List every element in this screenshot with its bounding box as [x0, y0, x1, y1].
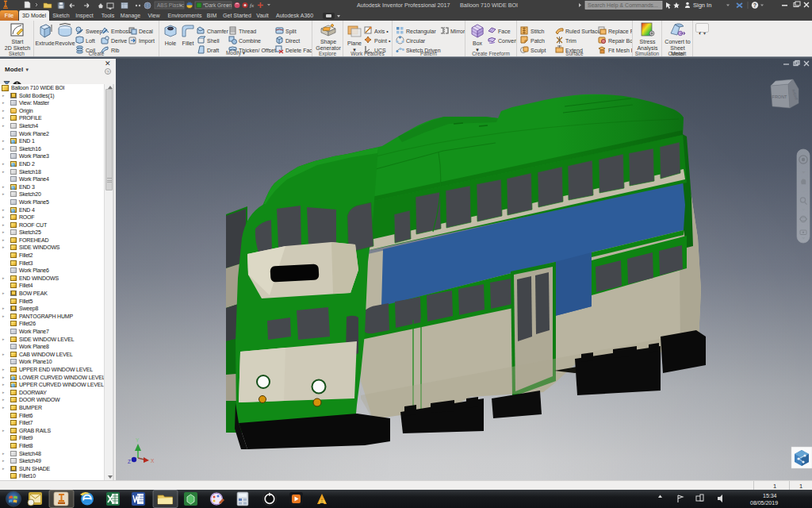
svg-text:08/05/2019: 08/05/2019 — [750, 500, 778, 506]
svg-text:fx: fx — [250, 2, 255, 9]
svg-text:Sign In: Sign In — [693, 2, 711, 9]
svg-text:Autodesk Inventor Professional: Autodesk Inventor Professional 2017 — [357, 2, 450, 9]
svg-text:Balloon 710 WIDE BOI: Balloon 710 WIDE BOI — [460, 2, 518, 9]
svg-text:?: ? — [753, 2, 756, 8]
svg-text:15:34: 15:34 — [763, 493, 777, 498]
svg-text:Z: Z — [128, 459, 131, 464]
svg-text:Search Help & Commands...: Search Help & Commands... — [588, 2, 658, 9]
svg-text:Y: Y — [136, 437, 140, 443]
svg-text:X: X — [151, 458, 155, 464]
svg-text:FRONT: FRONT — [772, 94, 788, 99]
